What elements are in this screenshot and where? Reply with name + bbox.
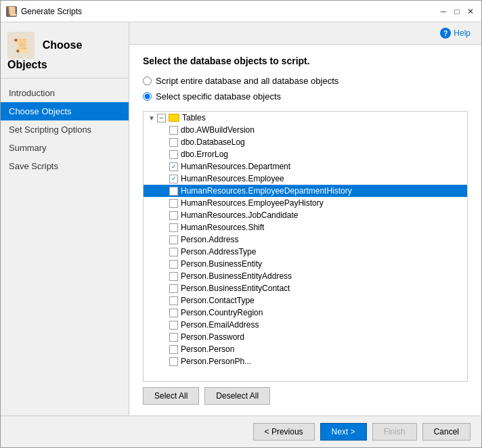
select-all-button[interactable]: Select All [143, 387, 199, 405]
label-3: HumanResources.Department [181, 162, 290, 171]
cancel-button[interactable]: Cancel [422, 423, 470, 441]
label-19: Person.PersonPh... [181, 357, 251, 366]
tree-root-tables[interactable]: ▼ ─ Tables [144, 112, 467, 124]
help-label: Help [454, 28, 470, 38]
tree-item-7[interactable]: ▷ HumanResources.JobCandidate [144, 209, 467, 221]
label-6: HumanResources.EmployeePayHistory [181, 198, 324, 208]
label-7: HumanResources.JobCandidate [181, 210, 298, 220]
checkbox-0[interactable] [169, 126, 178, 135]
checkbox-4[interactable]: ✓ [169, 175, 178, 183]
content-area: 📜 Choose Objects Introduction Choose Obj… [1, 22, 481, 416]
radio-group: Script entire database and all database … [143, 76, 468, 102]
tree-item-19[interactable]: ▷ Person.PersonPh... [144, 355, 467, 367]
radio-select-specific-label: Select specific database objects [156, 91, 281, 102]
tree-item-10[interactable]: ▷ Person.AddressType [144, 246, 467, 258]
checkbox-11[interactable] [169, 260, 178, 269]
tree-checkbox-tables[interactable]: ─ [157, 114, 166, 122]
tree-item-16[interactable]: ▷ Person.EmailAddress [144, 319, 467, 331]
main-panel: ? Help Select the database objects to sc… [129, 22, 481, 416]
close-button[interactable]: ✕ [465, 6, 476, 17]
sidebar-item-set-scripting-options[interactable]: Set Scripting Options [1, 120, 129, 139]
sidebar-item-save-scripts[interactable]: Save Scripts [1, 157, 129, 175]
checkbox-3[interactable]: ✓ [169, 162, 178, 171]
label-4: HumanResources.Employee [181, 174, 284, 183]
label-11: Person.BusinessEntity [181, 259, 262, 269]
window-title: Generate Scripts [21, 7, 438, 16]
sidebar-nav: Introduction Choose Objects Set Scriptin… [1, 79, 129, 181]
tree-item-13[interactable]: ▷ Person.BusinessEntityContact [144, 282, 467, 294]
tree-item-12[interactable]: ▷ Person.BusinessEntityAddress [144, 270, 467, 282]
radio-select-specific[interactable]: Select specific database objects [143, 91, 468, 102]
label-9: Person.Address [181, 235, 238, 244]
tree-item-0[interactable]: ▷ dbo.AWBuildVersion [144, 124, 467, 136]
radio-select-specific-input[interactable] [143, 92, 152, 101]
checkbox-16[interactable] [169, 321, 178, 330]
label-17: Person.Password [181, 332, 244, 342]
sidebar-item-introduction[interactable]: Introduction [1, 84, 129, 102]
label-2: dbo.ErrorLog [181, 150, 228, 159]
wizard-icon: 📜 [7, 32, 35, 59]
sidebar-header: 📜 Choose Objects [1, 22, 129, 79]
checkbox-14[interactable] [169, 296, 178, 305]
checkbox-5[interactable]: ✓ [169, 187, 178, 196]
sidebar: 📜 Choose Objects Introduction Choose Obj… [1, 22, 129, 416]
finish-button: Finish [372, 423, 417, 441]
tree-item-15[interactable]: ▷ Person.CountryRegion [144, 307, 467, 319]
label-15: Person.CountryRegion [181, 308, 263, 317]
checkbox-12[interactable] [169, 272, 178, 281]
checkbox-6[interactable] [169, 199, 178, 208]
tree-item-3[interactable]: ▷ ✓ HumanResources.Department [144, 160, 467, 173]
checkbox-1[interactable] [169, 138, 178, 147]
main-header: ? Help [129, 22, 481, 45]
checkbox-19[interactable] [169, 357, 178, 366]
tree-container[interactable]: ▼ ─ Tables ▷ dbo.AWBuildVersion ▷ [143, 111, 468, 382]
checkbox-15[interactable] [169, 309, 178, 317]
checkbox-8[interactable] [169, 223, 178, 232]
checkbox-7[interactable] [169, 211, 178, 220]
tree-item-18[interactable]: ▷ Person.Person [144, 343, 467, 355]
tree-item-4[interactable]: ▷ ✓ HumanResources.Employee [144, 173, 467, 185]
label-5: HumanResources.EmployeeDepartmentHistory [181, 186, 352, 196]
label-14: Person.ContactType [181, 296, 255, 305]
label-0: dbo.AWBuildVersion [181, 125, 255, 135]
checkbox-2[interactable] [169, 150, 178, 159]
help-icon: ? [440, 28, 451, 39]
help-link[interactable]: ? Help [440, 28, 470, 39]
tree-toggle-tables[interactable]: ▼ [146, 112, 157, 123]
tree-item-11[interactable]: ▷ Person.BusinessEntity [144, 258, 467, 270]
label-10: Person.AddressType [181, 247, 256, 256]
tree-item-6[interactable]: ▷ HumanResources.EmployeePayHistory [144, 197, 467, 209]
main-content: Select the database objects to script. S… [129, 45, 481, 416]
tree-item-17[interactable]: ▷ Person.Password [144, 331, 467, 343]
tree-item-1[interactable]: ▷ dbo.DatabaseLog [144, 136, 467, 148]
checkbox-10[interactable] [169, 248, 178, 256]
radio-script-entire-input[interactable] [143, 76, 152, 85]
label-12: Person.BusinessEntityAddress [181, 271, 292, 281]
section-title: Select the database objects to script. [143, 55, 468, 66]
app-icon: 📜 [6, 6, 17, 17]
tree-item-2[interactable]: ▷ dbo.ErrorLog [144, 148, 467, 160]
footer: < Previous Next > Finish Cancel [1, 416, 481, 447]
checkbox-13[interactable] [169, 284, 178, 293]
sidebar-item-choose-objects[interactable]: Choose Objects [1, 102, 129, 120]
checkbox-9[interactable] [169, 236, 178, 244]
tree-label-tables: Tables [182, 113, 206, 122]
next-button[interactable]: Next > [320, 423, 367, 441]
tree-item-9[interactable]: ▷ Person.Address [144, 233, 467, 246]
minimize-button[interactable]: ─ [438, 6, 449, 17]
label-13: Person.BusinessEntityContact [181, 284, 290, 293]
tables-folder-icon [169, 114, 179, 122]
radio-script-entire[interactable]: Script entire database and all database … [143, 76, 468, 86]
tree-item-5[interactable]: ▷ ✓ HumanResources.EmployeeDepartmentHis… [144, 185, 467, 197]
tree-button-row: Select All Deselect All [143, 387, 468, 405]
title-bar: 📜 Generate Scripts ─ □ ✕ [1, 1, 481, 22]
tree-item-14[interactable]: ▷ Person.ContactType [144, 294, 467, 307]
sidebar-item-summary[interactable]: Summary [1, 139, 129, 157]
maximize-button[interactable]: □ [452, 6, 462, 17]
checkbox-18[interactable] [169, 345, 178, 354]
tree-item-8[interactable]: ▷ HumanResources.Shift [144, 221, 467, 233]
deselect-all-button[interactable]: Deselect All [204, 387, 270, 405]
main-window: 📜 Generate Scripts ─ □ ✕ 📜 Choose Object… [0, 0, 482, 448]
checkbox-17[interactable] [169, 333, 178, 342]
previous-button[interactable]: < Previous [253, 423, 315, 441]
